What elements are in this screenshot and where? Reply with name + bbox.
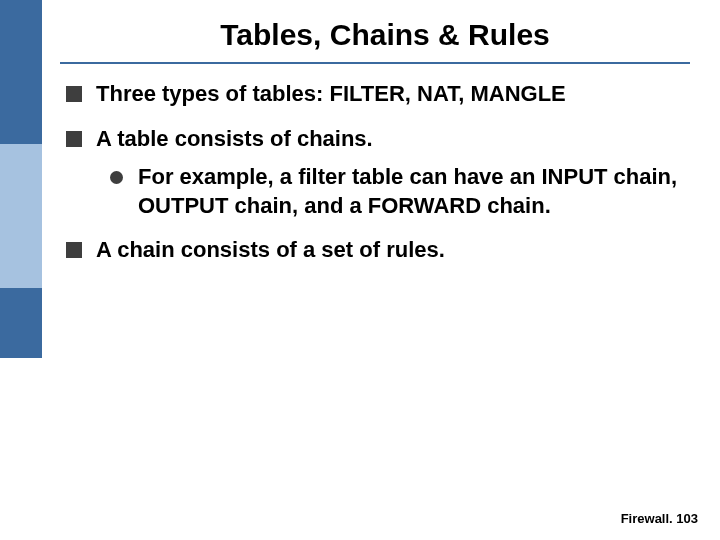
title-divider: [60, 62, 690, 64]
bullet-text: A table consists of chains.: [96, 126, 373, 151]
sub-bullet-text: For example, a filter table can have an …: [138, 164, 677, 218]
slide-body: Three types of tables: FILTER, NAT, MANG…: [66, 80, 690, 281]
bullet-item: A table consists of chains. For example,…: [66, 125, 690, 221]
bullet-item: Three types of tables: FILTER, NAT, MANG…: [66, 80, 690, 109]
sidebar-segment-dark: [0, 288, 42, 358]
sidebar-segment-dark: [0, 0, 42, 144]
sidebar-segment-blank: [0, 358, 42, 540]
sub-bullet-list: For example, a filter table can have an …: [110, 163, 690, 220]
sidebar-segment-light: [0, 144, 42, 288]
slide-footer: Firewall. 103: [621, 511, 698, 526]
bullet-text: A chain consists of a set of rules.: [96, 237, 445, 262]
sidebar-accent: [0, 0, 42, 540]
sub-bullet-item: For example, a filter table can have an …: [110, 163, 690, 220]
bullet-list: Three types of tables: FILTER, NAT, MANG…: [66, 80, 690, 265]
bullet-item: A chain consists of a set of rules.: [66, 236, 690, 265]
bullet-text: Three types of tables: FILTER, NAT, MANG…: [96, 81, 566, 106]
slide-title: Tables, Chains & Rules: [90, 18, 680, 52]
